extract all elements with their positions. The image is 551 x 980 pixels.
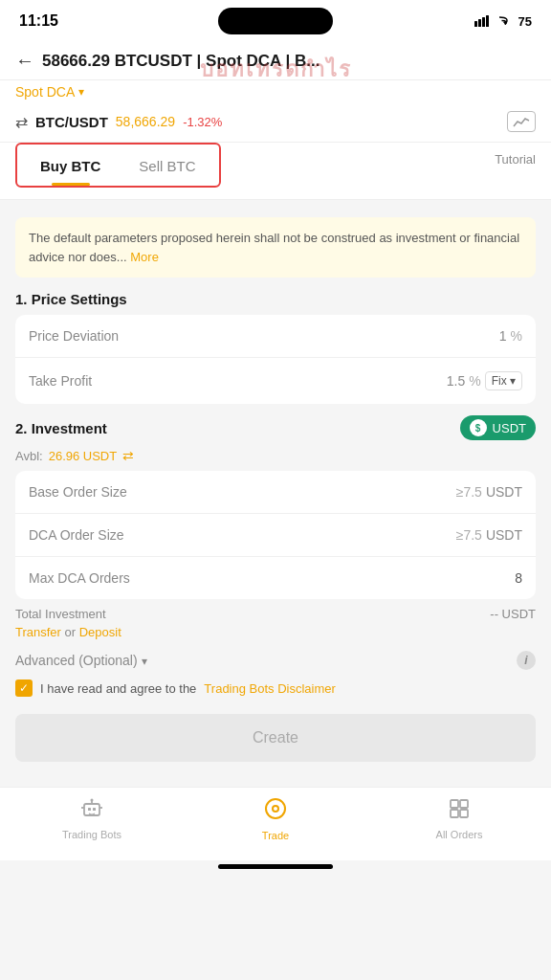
base-order-value: ≥7.5 USDT (456, 484, 522, 500)
price-settings-card: Price Deviation 1 % Take Profit 1.5 % Fi… (15, 315, 536, 404)
phone-container: บอทเทรดกำไร 11:15 75 ← 58666.29 BTCUSDT … (0, 0, 551, 980)
orders-svg (449, 798, 470, 819)
header: ← 58666.29 BTCUSDT | Spot DCA | B... (0, 42, 551, 80)
buy-tab[interactable]: Buy BTC (21, 150, 120, 186)
svg-rect-3 (486, 15, 489, 27)
nav-trade[interactable]: Trade (184, 797, 367, 841)
nav-all-orders-label: All Orders (436, 829, 483, 840)
disclaimer-row: ✓ I have read and agree to the Trading B… (15, 679, 536, 697)
status-bar: 11:15 75 (0, 0, 551, 42)
svg-rect-16 (451, 810, 458, 817)
disclaimer-link[interactable]: Trading Bots Disclaimer (204, 681, 336, 696)
bottom-nav: Trading Bots Trade All Orde (0, 787, 551, 860)
swap-icon: ⇄ (15, 113, 28, 131)
svg-rect-5 (88, 808, 91, 811)
dca-order-row[interactable]: DCA Order Size ≥7.5 USDT (15, 514, 536, 557)
info-icon[interactable]: i (517, 651, 536, 670)
nav-trade-label: Trade (262, 830, 289, 841)
avbl-value: 26.96 USDT (49, 449, 118, 463)
dca-order-label: DCA Order Size (29, 527, 124, 543)
spot-dca-label[interactable]: Spot DCA (15, 84, 75, 100)
pair-label: BTC/USDT (35, 114, 108, 130)
price-value: 58,666.29 (116, 114, 175, 129)
usdt-badge[interactable]: $ USDT (460, 415, 536, 440)
max-dca-value: 8 (515, 570, 522, 586)
warning-text: The default parameters proposed herein s… (29, 231, 519, 264)
avbl-label: Avbl: (15, 449, 43, 463)
wifi-icon (497, 15, 513, 27)
disclaimer-text: I have read and agree to the (40, 681, 196, 696)
avbl-row: Avbl: 26.96 USDT ⇄ (15, 448, 536, 463)
nav-trading-bots-label: Trading Bots (62, 829, 121, 840)
transfer-deposit-row: Transfer or Deposit (15, 625, 536, 639)
max-dca-label: Max DCA Orders (29, 570, 130, 586)
trade-icon (264, 797, 287, 826)
take-profit-row[interactable]: Take Profit 1.5 % Fix ▾ (15, 358, 536, 404)
investment-header: 2. Investment $ USDT (15, 415, 536, 440)
svg-rect-2 (482, 17, 485, 27)
home-indicator (218, 864, 333, 869)
price-deviation-value: 1 % (499, 328, 522, 344)
svg-rect-6 (93, 808, 96, 811)
svg-rect-0 (474, 21, 477, 27)
price-row: ⇄ BTC/USDT 58,666.29 -1.32% (0, 107, 551, 143)
transfer-arrows-icon[interactable]: ⇄ (122, 448, 134, 463)
bot-svg (80, 798, 103, 819)
base-order-row[interactable]: Base Order Size ≥7.5 USDT (15, 471, 536, 514)
price-settings-title: 1. Price Settings (15, 291, 536, 307)
nav-all-orders[interactable]: All Orders (367, 798, 551, 840)
investment-title: 2. Investment (15, 420, 107, 436)
chart-icon[interactable] (507, 111, 536, 132)
warning-box: The default parameters proposed herein s… (15, 217, 536, 278)
warning-more-link[interactable]: More (130, 250, 159, 264)
sell-tab[interactable]: Sell BTC (120, 150, 214, 186)
transfer-link[interactable]: Transfer (15, 625, 61, 639)
total-row: Total Investment -- USDT (15, 607, 536, 621)
signal-icon (474, 15, 492, 27)
fix-button[interactable]: Fix ▾ (485, 371, 522, 390)
price-deviation-row[interactable]: Price Deviation 1 % (15, 315, 536, 358)
trading-bots-icon (80, 798, 103, 825)
take-profit-value: 1.5 % Fix ▾ (447, 371, 522, 390)
total-label: Total Investment (15, 607, 106, 621)
nav-trading-bots[interactable]: Trading Bots (0, 798, 184, 840)
base-order-label: Base Order Size (29, 484, 127, 500)
svg-point-13 (274, 807, 277, 811)
create-button[interactable]: Create (15, 714, 536, 762)
svg-point-8 (91, 799, 94, 802)
deposit-link[interactable]: Deposit (79, 625, 121, 639)
chart-svg (513, 115, 530, 128)
disclaimer-checkbox[interactable]: ✓ (15, 679, 33, 697)
price-deviation-label: Price Deviation (29, 328, 119, 344)
dca-order-value: ≥7.5 USDT (456, 527, 522, 543)
or-label: or (65, 625, 77, 639)
usdt-circle-icon: $ (470, 419, 487, 436)
subtitle-row: Spot DCA ▾ (0, 80, 551, 107)
svg-rect-17 (460, 810, 468, 817)
subtitle-chevron[interactable]: ▾ (78, 85, 84, 99)
tabs-section: Buy BTC Sell BTC Tutorial (0, 143, 551, 200)
page-title: 58666.29 BTCUSDT | Spot DCA | B... (42, 52, 536, 71)
main-content: The default parameters proposed herein s… (0, 200, 551, 787)
battery-icon: 75 (518, 14, 532, 29)
tutorial-link[interactable]: Tutorial (495, 143, 536, 167)
svg-rect-1 (478, 19, 481, 27)
svg-rect-15 (460, 800, 468, 808)
usdt-label: USDT (493, 421, 526, 435)
total-value: -- USDT (490, 607, 536, 621)
back-button[interactable]: ← (15, 50, 34, 72)
dynamic-island (218, 8, 333, 34)
buy-sell-tab-group: Buy BTC Sell BTC (15, 143, 221, 188)
svg-rect-4 (84, 804, 99, 815)
investment-card: Base Order Size ≥7.5 USDT DCA Order Size… (15, 471, 536, 599)
svg-rect-14 (451, 800, 458, 808)
advanced-row: Advanced (Optional) ▾ i (15, 651, 536, 670)
trade-svg (264, 797, 287, 820)
max-dca-row[interactable]: Max DCA Orders 8 (15, 557, 536, 599)
price-change: -1.32% (183, 115, 222, 129)
all-orders-icon (449, 798, 470, 825)
advanced-label[interactable]: Advanced (Optional) ▾ (15, 653, 147, 668)
status-time: 11:15 (19, 12, 58, 30)
status-icons: 75 (474, 14, 532, 29)
take-profit-label: Take Profit (29, 373, 92, 389)
